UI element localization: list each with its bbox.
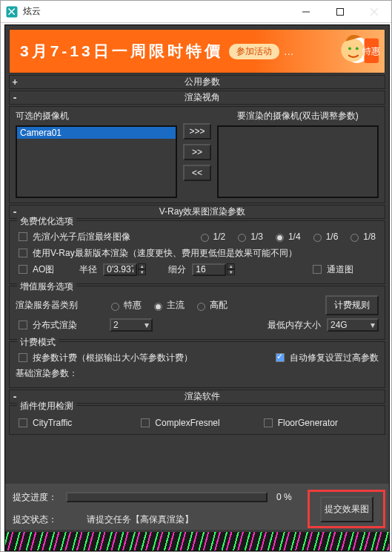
- chevron-down-icon: ▾: [144, 320, 149, 330]
- collapse-icon: -: [10, 93, 20, 103]
- rad-scale-6[interactable]: 1/6: [310, 231, 339, 242]
- submit-button[interactable]: 提交效果图: [320, 496, 373, 522]
- chk-label: 先渲小光子后渲最终图像: [33, 231, 130, 243]
- available-camera-list[interactable]: Camera01: [16, 125, 177, 198]
- spin-up-icon[interactable]: ▲: [227, 263, 235, 269]
- client-area: 3月7-13日一周限时特價 参加活动 … 特惠 + 公用参数 - 渲染视角: [4, 24, 390, 551]
- radius-spinner[interactable]: ▲▼: [103, 263, 146, 276]
- rad-te[interactable]: 特惠: [107, 299, 142, 312]
- rad-main[interactable]: 主流: [150, 299, 185, 312]
- chk-label: 自动修复设置过高参数: [290, 352, 379, 364]
- chk-label: 通道图: [327, 263, 353, 276]
- chk-citytraffic[interactable]: CityTraffic: [16, 416, 133, 430]
- spin-up-icon[interactable]: ▲: [138, 263, 146, 269]
- chk-label: 使用V-Ray最新版本渲染（速度更快、费用更低但是效果可能不同）: [33, 247, 297, 260]
- svg-rect-2: [337, 8, 344, 15]
- app-window: 炫云 3月7-13日一周限时特價 参加活动 … 特惠 + 公用参数: [0, 0, 392, 552]
- chk-latest-vray[interactable]: 使用V-Ray最新版本渲染（速度更快、费用更低但是效果可能不同）: [16, 246, 297, 260]
- legend: 增值服务选项: [17, 280, 76, 291]
- chk-channel[interactable]: 通道图: [310, 263, 353, 276]
- svg-text:特惠: 特惠: [362, 46, 380, 56]
- label-radius: 半径: [79, 263, 97, 276]
- chk-label: 分布式渲染: [33, 319, 77, 332]
- mascot-icon: 特惠: [322, 31, 380, 70]
- section-title: 渲染视角: [20, 91, 385, 104]
- legend: 插件使用检测: [17, 400, 76, 410]
- label-base-params: 基础渲染参数：: [16, 367, 78, 380]
- chk-per-param[interactable]: 按参数计费（根据输出大小等参数计费）: [16, 351, 193, 364]
- svg-point-8: [356, 47, 359, 50]
- remove-button[interactable]: <<: [183, 165, 210, 181]
- chk-floorgenerator[interactable]: FloorGenerator: [261, 416, 379, 430]
- radius-input[interactable]: [103, 263, 137, 276]
- label-min-mem: 最低内存大小: [268, 319, 321, 332]
- chk-complexfresnel[interactable]: ComplexFresnel: [138, 416, 256, 430]
- group-value-add: 增值服务选项 渲染服务器类别 特惠 主流 高配 计费规则 分布式渲染 2▾ 最低…: [9, 286, 385, 340]
- app-icon: [5, 5, 19, 19]
- titlebar[interactable]: 炫云: [1, 1, 391, 23]
- camera-group: 可选的摄像机 Camera01 >>> >> << 要渲染的摄像机(双击调整参数…: [9, 106, 385, 203]
- banner-pill: 参加活动: [229, 44, 279, 59]
- group-billing: 计费模式 按参数计费（根据输出大小等参数计费） 自动修复设置过高参数 基础渲染参…: [9, 341, 385, 388]
- camera-item[interactable]: Camera01: [17, 127, 176, 139]
- group-free-opt: 免费优化选项 先渲小光子后渲最终图像 1/2 1/3 1/4 1/6 1/8 使…: [9, 220, 385, 284]
- svg-point-6: [341, 39, 364, 62]
- chk-distributed[interactable]: 分布式渲染: [16, 318, 77, 332]
- section-title: 公用参数: [20, 76, 385, 88]
- selected-camera-list[interactable]: [217, 125, 379, 198]
- chk-prelight[interactable]: 先渲小光子后渲最终图像: [16, 230, 130, 243]
- status-text: 请提交任务【高保真渲染】: [87, 513, 193, 526]
- label-server-type: 渲染服务器类别: [16, 299, 78, 312]
- spin-down-icon[interactable]: ▼: [138, 269, 146, 275]
- section-public-params[interactable]: + 公用参数: [9, 75, 385, 89]
- progress-bar: [66, 492, 268, 502]
- chk-auto-fix[interactable]: 自动修复设置过高参数: [273, 351, 379, 364]
- dist-count-select[interactable]: 2▾: [110, 318, 153, 332]
- label-selected-cameras: 要渲染的摄像机(双击调整参数): [217, 110, 379, 122]
- chk-ao[interactable]: AO图: [16, 263, 54, 276]
- subdiv-input[interactable]: [192, 263, 226, 276]
- submit-highlight: 提交效果图: [308, 490, 385, 528]
- rad-scale-8[interactable]: 1/8: [347, 231, 376, 242]
- min-mem-select[interactable]: 24G▾: [327, 318, 379, 332]
- chk-label: AO图: [33, 263, 54, 276]
- add-button[interactable]: >>: [183, 144, 210, 160]
- subdiv-spinner[interactable]: ▲▼: [192, 263, 235, 276]
- chevron-down-icon: ▾: [371, 320, 375, 330]
- rad-high[interactable]: 高配: [193, 299, 227, 312]
- label-subdiv: 细分: [168, 263, 186, 276]
- svg-point-7: [348, 47, 351, 50]
- billing-rules-button[interactable]: 计费规则: [325, 295, 379, 315]
- label-available-cameras: 可选的摄像机: [16, 110, 177, 122]
- promo-banner[interactable]: 3月7-13日一周限时特價 参加活动 … 特惠: [9, 29, 385, 73]
- rad-scale-4[interactable]: 1/4: [272, 231, 301, 242]
- chk-label: 按参数计费（根据输出大小等参数计费）: [33, 352, 193, 364]
- legend: 计费模式: [17, 336, 59, 346]
- maximize-button[interactable]: [323, 1, 357, 22]
- group-plugins: 插件使用检测 CityTraffic ComplexFresnel FloorG…: [9, 405, 385, 435]
- legend: 免费优化选项: [17, 215, 76, 226]
- spin-down-icon[interactable]: ▼: [227, 269, 235, 275]
- rad-scale-2[interactable]: 1/2: [197, 231, 226, 242]
- window-title: 炫云: [23, 5, 289, 18]
- banner-text: 3月7-13日一周限时特價: [20, 41, 223, 62]
- expand-icon: +: [10, 77, 20, 88]
- label-status: 提交状态：: [13, 513, 57, 526]
- label-progress: 提交进度：: [13, 491, 57, 504]
- progress-percent: 0 %: [276, 492, 302, 502]
- banner-dots: …: [284, 45, 296, 57]
- rad-scale-3[interactable]: 1/3: [234, 231, 263, 242]
- section-render-view[interactable]: - 渲染视角: [9, 91, 385, 105]
- submit-label: 提交效果图: [325, 504, 369, 514]
- minimize-button[interactable]: [289, 1, 323, 22]
- close-button[interactable]: [357, 1, 391, 22]
- add-all-button[interactable]: >>>: [183, 123, 210, 139]
